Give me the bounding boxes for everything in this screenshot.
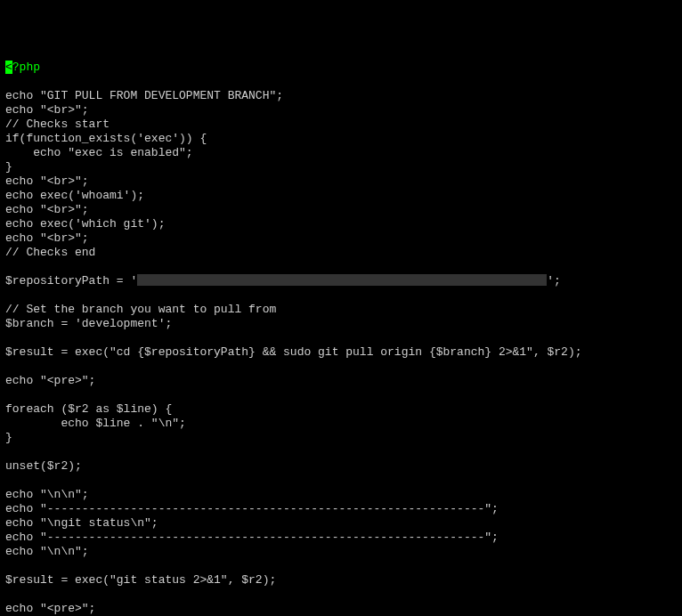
code-line [5, 474, 677, 488]
redacted-path [137, 274, 547, 286]
code-line: echo "<pre>"; [5, 602, 677, 616]
code-line: echo "<br>"; [5, 103, 677, 118]
code-line [5, 445, 677, 459]
code-line: echo exec('whoami'); [5, 189, 677, 203]
code-line: } [5, 431, 677, 445]
code-line: echo "----------------------------------… [5, 531, 677, 545]
code-line: } [5, 160, 677, 174]
code-line: echo "<br>"; [5, 203, 677, 217]
php-tag: ?php [12, 61, 40, 74]
code-line: foreach ($r2 as $line) { [5, 402, 677, 417]
code-line: if(function_exists('exec')) { [5, 132, 677, 146]
code-line: $result = exec("cd {$repositoryPath} && … [5, 345, 677, 360]
code-line: echo "<pre>"; [5, 374, 677, 388]
code-line: echo "\ngit status\n"; [5, 516, 677, 531]
code-line: echo "GIT PULL FROM DEVELOPMENT BRANCH"; [5, 89, 677, 103]
code-line [5, 360, 677, 374]
code-line [5, 388, 677, 402]
code-line: unset($r2); [5, 459, 677, 474]
code-line: // Checks end [5, 246, 677, 260]
code-block: <?php echo "GIT PULL FROM DEVELOPMENT BR… [5, 61, 677, 616]
code-line: // Set the branch you want to pull from [5, 303, 677, 317]
code-line: echo "\n\n"; [5, 488, 677, 502]
code-line: echo "<br>"; [5, 174, 677, 189]
code-line: echo exec('which git'); [5, 217, 677, 231]
code-line [5, 75, 677, 89]
code-line [5, 559, 677, 573]
code-line: echo "exec is enabled"; [5, 146, 677, 160]
code-line: $result = exec("git status 2>&1", $r2); [5, 573, 677, 588]
code-line: $repositoryPath = ''; [5, 274, 677, 288]
php-open-bracket: < [5, 61, 12, 74]
repo-path-prefix: $repositoryPath = ' [5, 274, 137, 288]
code-line: $branch = 'development'; [5, 317, 677, 331]
code-line: // Checks start [5, 118, 677, 132]
code-line [5, 588, 677, 602]
code-line [5, 288, 677, 303]
code-line: echo "\n\n"; [5, 545, 677, 559]
repo-path-suffix: '; [547, 274, 561, 288]
code-line [5, 260, 677, 274]
code-line: echo "----------------------------------… [5, 502, 677, 516]
code-line [5, 331, 677, 345]
code-line: echo "<br>"; [5, 231, 677, 246]
code-line: echo $line . "\n"; [5, 417, 677, 431]
